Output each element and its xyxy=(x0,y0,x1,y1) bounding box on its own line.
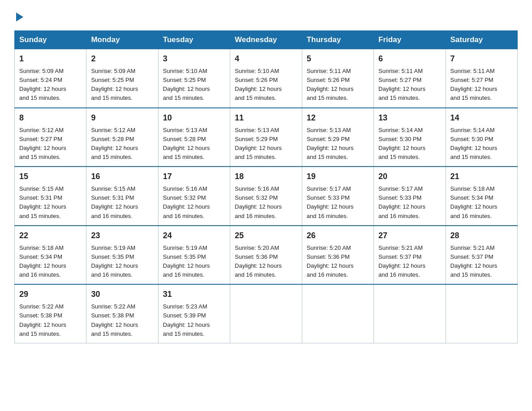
day-number: 2 xyxy=(91,53,153,65)
calendar-cell: 8Sunrise: 5:12 AMSunset: 5:27 PMDaylight… xyxy=(15,108,86,167)
day-info: Sunrise: 5:21 AMSunset: 5:37 PMDaylight:… xyxy=(378,244,441,280)
day-number: 10 xyxy=(163,112,225,124)
header-day-monday: Monday xyxy=(86,31,158,49)
day-info: Sunrise: 5:15 AMSunset: 5:31 PMDaylight:… xyxy=(19,184,82,221)
day-number: 8 xyxy=(19,112,82,124)
day-info: Sunrise: 5:11 AMSunset: 5:27 PMDaylight:… xyxy=(450,67,513,103)
day-number: 21 xyxy=(450,171,513,183)
day-number: 11 xyxy=(235,112,297,124)
day-number: 17 xyxy=(163,171,225,183)
day-number: 4 xyxy=(235,53,297,65)
day-info: Sunrise: 5:18 AMSunset: 5:34 PMDaylight:… xyxy=(450,184,513,221)
calendar-cell: 23Sunrise: 5:19 AMSunset: 5:35 PMDayligh… xyxy=(86,226,158,285)
day-number: 3 xyxy=(163,53,225,65)
calendar-cell: 14Sunrise: 5:14 AMSunset: 5:30 PMDayligh… xyxy=(446,108,517,167)
calendar-cell: 1Sunrise: 5:09 AMSunset: 5:24 PMDaylight… xyxy=(15,49,86,108)
day-number: 24 xyxy=(163,230,225,242)
day-number: 1 xyxy=(19,53,82,65)
calendar-cell: 30Sunrise: 5:22 AMSunset: 5:38 PMDayligh… xyxy=(86,284,158,343)
day-number: 26 xyxy=(307,230,369,242)
day-info: Sunrise: 5:19 AMSunset: 5:35 PMDaylight:… xyxy=(91,244,153,280)
calendar-cell: 24Sunrise: 5:19 AMSunset: 5:35 PMDayligh… xyxy=(158,226,230,285)
day-info: Sunrise: 5:21 AMSunset: 5:37 PMDaylight:… xyxy=(450,244,513,280)
calendar-cell: 4Sunrise: 5:10 AMSunset: 5:26 PMDaylight… xyxy=(230,49,302,108)
day-number: 5 xyxy=(307,53,369,65)
calendar-cell xyxy=(374,284,446,343)
header-day-saturday: Saturday xyxy=(446,31,517,49)
day-info: Sunrise: 5:09 AMSunset: 5:25 PMDaylight:… xyxy=(91,67,153,103)
calendar-table: SundayMondayTuesdayWednesdayThursdayFrid… xyxy=(14,30,518,343)
calendar-cell xyxy=(302,284,373,343)
header-day-friday: Friday xyxy=(374,31,446,49)
day-info: Sunrise: 5:22 AMSunset: 5:38 PMDaylight:… xyxy=(91,302,153,338)
day-info: Sunrise: 5:22 AMSunset: 5:38 PMDaylight:… xyxy=(19,302,82,338)
day-number: 12 xyxy=(307,112,369,124)
calendar-body: 1Sunrise: 5:09 AMSunset: 5:24 PMDaylight… xyxy=(15,49,518,343)
day-info: Sunrise: 5:14 AMSunset: 5:30 PMDaylight:… xyxy=(450,126,513,162)
calendar-week-row: 22Sunrise: 5:18 AMSunset: 5:34 PMDayligh… xyxy=(15,226,518,285)
calendar-cell: 29Sunrise: 5:22 AMSunset: 5:38 PMDayligh… xyxy=(15,284,86,343)
day-info: Sunrise: 5:17 AMSunset: 5:33 PMDaylight:… xyxy=(307,184,369,221)
header-day-tuesday: Tuesday xyxy=(158,31,230,49)
logo-arrow-icon xyxy=(16,13,23,21)
calendar-cell: 20Sunrise: 5:17 AMSunset: 5:33 PMDayligh… xyxy=(374,167,446,226)
day-info: Sunrise: 5:17 AMSunset: 5:33 PMDaylight:… xyxy=(378,184,441,221)
calendar-cell: 9Sunrise: 5:12 AMSunset: 5:28 PMDaylight… xyxy=(86,108,158,167)
day-number: 18 xyxy=(235,171,297,183)
day-info: Sunrise: 5:11 AMSunset: 5:27 PMDaylight:… xyxy=(378,67,441,103)
day-info: Sunrise: 5:10 AMSunset: 5:26 PMDaylight:… xyxy=(235,67,297,103)
day-number: 28 xyxy=(450,230,513,242)
day-number: 30 xyxy=(91,288,153,300)
calendar-cell: 10Sunrise: 5:13 AMSunset: 5:28 PMDayligh… xyxy=(158,108,230,167)
day-info: Sunrise: 5:18 AMSunset: 5:34 PMDaylight:… xyxy=(19,244,82,280)
calendar-week-row: 8Sunrise: 5:12 AMSunset: 5:27 PMDaylight… xyxy=(15,108,518,167)
day-info: Sunrise: 5:10 AMSunset: 5:25 PMDaylight:… xyxy=(163,67,225,103)
calendar-cell: 7Sunrise: 5:11 AMSunset: 5:27 PMDaylight… xyxy=(446,49,517,108)
day-info: Sunrise: 5:13 AMSunset: 5:29 PMDaylight:… xyxy=(235,126,297,162)
calendar-cell: 18Sunrise: 5:16 AMSunset: 5:32 PMDayligh… xyxy=(230,167,302,226)
calendar-cell: 17Sunrise: 5:16 AMSunset: 5:32 PMDayligh… xyxy=(158,167,230,226)
day-number: 13 xyxy=(378,112,441,124)
header-day-wednesday: Wednesday xyxy=(230,31,302,49)
calendar-cell: 21Sunrise: 5:18 AMSunset: 5:34 PMDayligh… xyxy=(446,167,517,226)
calendar-cell: 12Sunrise: 5:13 AMSunset: 5:29 PMDayligh… xyxy=(302,108,373,167)
calendar-cell: 3Sunrise: 5:10 AMSunset: 5:25 PMDaylight… xyxy=(158,49,230,108)
day-number: 27 xyxy=(378,230,441,242)
header-day-thursday: Thursday xyxy=(302,31,373,49)
day-info: Sunrise: 5:12 AMSunset: 5:28 PMDaylight:… xyxy=(91,126,153,162)
day-number: 23 xyxy=(91,230,153,242)
day-info: Sunrise: 5:20 AMSunset: 5:36 PMDaylight:… xyxy=(235,244,297,280)
day-number: 16 xyxy=(91,171,153,183)
calendar-cell: 26Sunrise: 5:20 AMSunset: 5:36 PMDayligh… xyxy=(302,226,373,285)
day-number: 31 xyxy=(163,288,225,300)
day-info: Sunrise: 5:11 AMSunset: 5:26 PMDaylight:… xyxy=(307,67,369,103)
calendar-cell: 28Sunrise: 5:21 AMSunset: 5:37 PMDayligh… xyxy=(446,226,517,285)
day-number: 29 xyxy=(19,288,82,300)
calendar-week-row: 29Sunrise: 5:22 AMSunset: 5:38 PMDayligh… xyxy=(15,284,518,343)
header-day-sunday: Sunday xyxy=(15,31,86,49)
calendar-cell: 13Sunrise: 5:14 AMSunset: 5:30 PMDayligh… xyxy=(374,108,446,167)
day-number: 14 xyxy=(450,112,513,124)
day-info: Sunrise: 5:14 AMSunset: 5:30 PMDaylight:… xyxy=(378,126,441,162)
day-number: 9 xyxy=(91,112,153,124)
day-info: Sunrise: 5:19 AMSunset: 5:35 PMDaylight:… xyxy=(163,244,225,280)
calendar-cell: 2Sunrise: 5:09 AMSunset: 5:25 PMDaylight… xyxy=(86,49,158,108)
calendar-cell: 5Sunrise: 5:11 AMSunset: 5:26 PMDaylight… xyxy=(302,49,373,108)
calendar-cell: 27Sunrise: 5:21 AMSunset: 5:37 PMDayligh… xyxy=(374,226,446,285)
day-info: Sunrise: 5:09 AMSunset: 5:24 PMDaylight:… xyxy=(19,67,82,103)
calendar-cell: 15Sunrise: 5:15 AMSunset: 5:31 PMDayligh… xyxy=(15,167,86,226)
calendar-cell xyxy=(230,284,302,343)
day-info: Sunrise: 5:20 AMSunset: 5:36 PMDaylight:… xyxy=(307,244,369,280)
page-header xyxy=(14,11,518,21)
day-number: 6 xyxy=(378,53,441,65)
day-info: Sunrise: 5:13 AMSunset: 5:29 PMDaylight:… xyxy=(307,126,369,162)
day-info: Sunrise: 5:12 AMSunset: 5:27 PMDaylight:… xyxy=(19,126,82,162)
calendar-cell xyxy=(446,284,517,343)
calendar-cell: 31Sunrise: 5:23 AMSunset: 5:39 PMDayligh… xyxy=(158,284,230,343)
day-info: Sunrise: 5:16 AMSunset: 5:32 PMDaylight:… xyxy=(163,184,225,221)
day-info: Sunrise: 5:23 AMSunset: 5:39 PMDaylight:… xyxy=(163,302,225,338)
day-number: 20 xyxy=(378,171,441,183)
calendar-header: SundayMondayTuesdayWednesdayThursdayFrid… xyxy=(15,31,518,49)
calendar-week-row: 1Sunrise: 5:09 AMSunset: 5:24 PMDaylight… xyxy=(15,49,518,108)
day-info: Sunrise: 5:13 AMSunset: 5:28 PMDaylight:… xyxy=(163,126,225,162)
